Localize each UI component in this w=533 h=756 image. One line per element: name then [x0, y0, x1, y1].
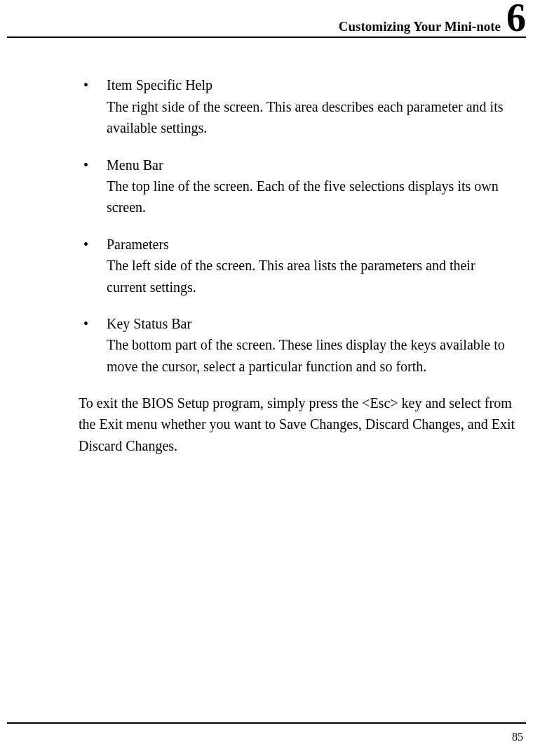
item-title: Menu Bar — [107, 154, 515, 175]
item-description: The top line of the screen. Each of the … — [107, 175, 515, 218]
item-description: The right side of the screen. This area … — [107, 96, 515, 139]
list-item: Item Specific Help The right side of the… — [79, 74, 515, 138]
page-header: Customizing Your Mini-note 6 — [0, 0, 533, 37]
item-title: Parameters — [107, 234, 515, 255]
item-description: The left side of the screen. This area l… — [107, 255, 515, 298]
list-item: Key Status Bar The bottom part of the sc… — [79, 313, 515, 377]
footer-rule — [7, 722, 526, 724]
body-paragraph: To exit the BIOS Setup program, simply p… — [79, 392, 515, 456]
chapter-number: 6 — [506, 0, 526, 35]
list-item: Parameters The left side of the screen. … — [79, 234, 515, 298]
page-number: 85 — [512, 731, 523, 743]
item-title: Item Specific Help — [107, 74, 515, 95]
item-title: Key Status Bar — [107, 313, 515, 334]
bullet-list: Item Specific Help The right side of the… — [79, 74, 515, 377]
chapter-title: Customizing Your Mini-note — [339, 6, 501, 33]
page-content: Item Specific Help The right side of the… — [0, 38, 533, 456]
item-description: The bottom part of the screen. These lin… — [107, 334, 515, 377]
list-item: Menu Bar The top line of the screen. Eac… — [79, 154, 515, 218]
